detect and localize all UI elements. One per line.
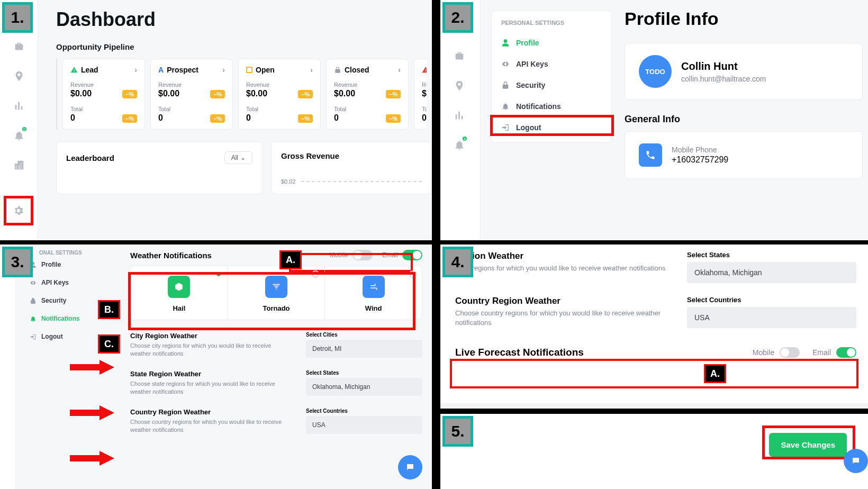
bell-icon[interactable]: 4	[440, 130, 478, 160]
step-number-5: 5.	[442, 416, 473, 447]
menu-item-notifications[interactable]: Notifications	[492, 96, 611, 117]
states-input[interactable]: Oklahoma, Michigan	[306, 378, 422, 396]
states-input[interactable]: Oklahoma, Michigan	[687, 262, 856, 283]
step-number-4: 4.	[442, 247, 473, 277]
menu-item-api-keys[interactable]: API Keys	[492, 53, 611, 75]
revenue-label: Revenue	[422, 82, 427, 88]
region-label: Select States	[687, 251, 856, 259]
profile-email: collin.hunt@hailtrace.com	[681, 75, 766, 83]
mobile-toggle[interactable]	[780, 347, 800, 358]
menu-label: Profile	[41, 261, 61, 268]
region-label: Select Cities	[306, 332, 422, 338]
pipeline-row: Lead› Revenue $0.00–% Total 0–% AProspec…	[56, 59, 427, 130]
gross-title: Gross Revenue	[281, 151, 422, 160]
live-forecast-row: Live Forecast Notifications Mobile Email	[455, 341, 856, 358]
chat-button[interactable]	[398, 455, 422, 479]
phone-icon	[639, 143, 662, 167]
pin-icon[interactable]	[0, 61, 38, 91]
revenue-value: $0.0	[422, 89, 427, 98]
building-icon[interactable]	[0, 150, 38, 180]
total-label: Total	[334, 106, 401, 112]
menu-label: API Keys	[41, 279, 69, 286]
menu-item-api-keys[interactable]: API Keys	[21, 274, 111, 292]
briefcase-icon[interactable]	[0, 32, 38, 61]
profile-title: Profile Info	[625, 8, 863, 29]
menu-item-profile[interactable]: Profile	[21, 256, 111, 274]
pct-pill: –%	[386, 90, 401, 98]
pipeline-title: Opportunity Pipeline	[56, 42, 432, 51]
warning-icon	[422, 66, 427, 74]
pct-pill: –%	[122, 114, 137, 123]
chat-button[interactable]	[844, 449, 868, 473]
cities-input[interactable]: Detroit, MI	[306, 340, 422, 358]
total-label: Total	[158, 106, 225, 112]
divider-vertical	[432, 0, 440, 489]
phone-label: Mobile Phone	[672, 146, 728, 154]
region-title: Country Region Weather	[130, 408, 292, 416]
region-desc: Choose country regions for which you wou…	[130, 418, 292, 434]
email-label: Email	[812, 348, 831, 357]
square-icon	[246, 67, 252, 73]
total-value: 0	[334, 113, 339, 123]
pct-pill: –%	[122, 90, 137, 98]
chart-icon[interactable]	[440, 101, 478, 130]
region-label: Select Countries	[306, 408, 422, 414]
region-desc: Choose city regions for which you would …	[130, 342, 292, 358]
state-region: Region Weatherstate regions for which yo…	[455, 251, 856, 283]
pipeline-card-truncated[interactable]: I Revenue $0.0 Total 0	[414, 59, 427, 130]
panel-3-weather: ONAL SETTINGS Profile API Keys Security …	[0, 245, 432, 489]
step-number-1: 1.	[2, 2, 33, 33]
region-title: Region Weather	[455, 251, 666, 261]
menu-item-profile[interactable]: Profile	[492, 32, 611, 53]
region-title: State Region Weather	[130, 370, 292, 378]
pin-icon[interactable]	[440, 71, 478, 101]
countries-input[interactable]: USA	[687, 307, 856, 328]
total-label: Total	[70, 106, 137, 112]
menu-label: Notifications	[41, 315, 80, 322]
countries-input[interactable]: USA	[306, 416, 422, 434]
arrow-icon	[70, 405, 114, 420]
pipeline-card-open[interactable]: Open› Revenue $0.00–% Total 0–%	[238, 59, 321, 130]
menu-header: PERSONAL SETTINGS	[492, 15, 611, 32]
menu-header: ONAL SETTINGS	[21, 245, 111, 256]
pipeline-card-lead[interactable]: Lead› Revenue $0.00–% Total 0–%	[62, 59, 145, 130]
profile-card: TODO Collin Hunt collin.hunt@hailtrace.c…	[625, 43, 863, 100]
leaderboard-card: Leaderboard All⌄	[56, 141, 263, 194]
menu-label: Logout	[41, 333, 63, 340]
gear-icon[interactable]	[13, 205, 24, 216]
email-toggle[interactable]	[836, 347, 856, 358]
pipeline-card-prospect[interactable]: AProspect› Revenue $0.00–% Total 0–%	[150, 59, 233, 130]
general-info-title: General Info	[625, 114, 863, 125]
revenue-value: $0.00	[70, 89, 92, 98]
region-title: City Region Weather	[130, 332, 292, 340]
card-label: Lead	[81, 66, 98, 74]
dashboard-main: Dashboard Opportunity Pipeline Lead› Rev…	[56, 8, 432, 194]
bell-icon[interactable]: 0	[0, 121, 38, 150]
all-dropdown[interactable]: All⌄	[224, 151, 252, 164]
menu-label: Security	[41, 297, 66, 304]
arrow-icon	[70, 360, 114, 375]
country-region: Country Region WeatherChoose country reg…	[130, 408, 422, 434]
divider-horizontal-2	[440, 409, 868, 414]
region-label: Select States	[306, 370, 422, 376]
chevron-down-icon: ⌄	[240, 154, 246, 161]
menu-item-security[interactable]: Security	[492, 75, 611, 96]
chart-icon[interactable]	[0, 91, 38, 121]
panel-5-save: Save Changes	[440, 414, 868, 489]
panel-2-profile: 4 PERSONAL SETTINGS Profile API Keys Sec…	[440, 0, 868, 240]
pipeline-card-closed[interactable]: Closed› Revenue $0.00–% Total 0–%	[326, 59, 409, 130]
chevron-right-icon: ›	[222, 66, 225, 74]
warning-icon	[70, 66, 78, 74]
step-number-3: 3.	[2, 247, 33, 277]
country-region: Country Region WeatherChoose country reg…	[455, 296, 856, 328]
region-label: Select Countries	[687, 296, 856, 304]
revenue-value: $0.00	[246, 89, 267, 98]
mobile-label: Mobile	[753, 348, 774, 357]
briefcase-icon[interactable]	[440, 41, 478, 71]
badge: 0	[21, 126, 28, 132]
menu-label: Profile	[516, 39, 539, 47]
revenue-label: Revenue	[70, 82, 137, 88]
chevron-right-icon: ›	[310, 66, 313, 74]
lock-icon	[334, 66, 341, 74]
letter-tag-a: A.	[704, 364, 726, 383]
